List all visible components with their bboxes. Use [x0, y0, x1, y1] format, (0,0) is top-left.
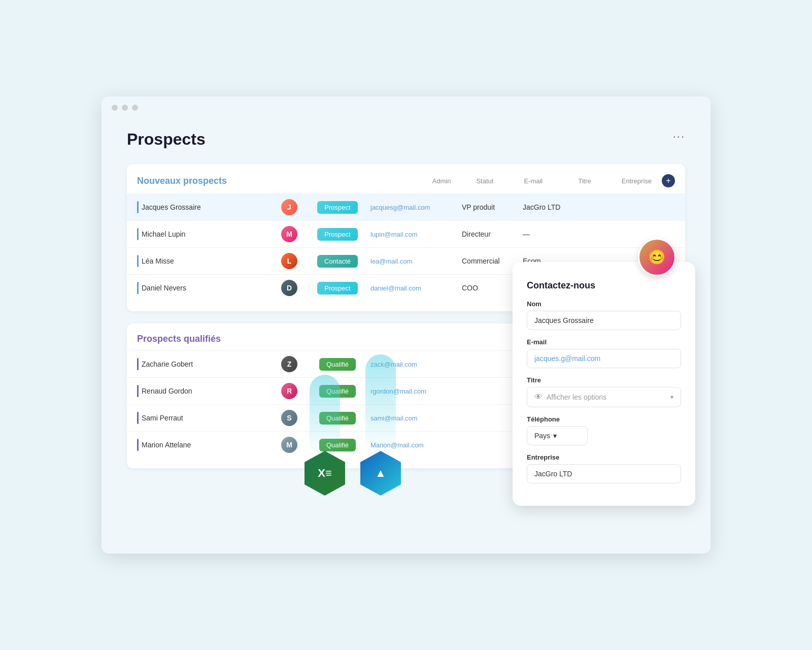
admin-col-header: Admin	[432, 177, 451, 185]
status-badge: Contacté	[317, 255, 358, 268]
prospect-name: Michael Lupin	[142, 230, 185, 238]
row-name-cell: Jacques Grossaire	[137, 201, 274, 213]
email-value: lupin@mail.com	[370, 231, 418, 238]
row-name-cell: Zacharie Gobert	[137, 358, 274, 370]
prospect-name: Renaud Gordon	[142, 387, 192, 395]
avatar: S	[281, 410, 297, 426]
page-title: Prospects	[127, 130, 206, 149]
avatar: Z	[281, 356, 297, 372]
admin-cell: M	[274, 226, 304, 242]
email-value: lea@mail.com	[370, 257, 413, 265]
nom-group: Nom	[527, 300, 681, 330]
second-hexagon: ▲	[360, 451, 401, 496]
titre-select[interactable]: 👁 Afficher les options ▾	[527, 387, 681, 407]
admin-cell: D	[274, 280, 304, 296]
excel-hexagon: X≡	[304, 451, 345, 496]
row-name-cell: Michael Lupin	[137, 228, 274, 240]
entreprise-label: Entreprise	[527, 453, 681, 461]
email-cell: lupin@mail.com	[370, 230, 462, 238]
admin-cell: J	[274, 199, 304, 215]
status-cell: Prospect	[304, 228, 370, 241]
floating-avatar: 😊	[638, 238, 676, 276]
email-cell: jacquesg@mail.com	[370, 203, 462, 211]
prospect-name: Jacques Grossaire	[142, 203, 201, 211]
more-button[interactable]: ···	[673, 130, 685, 143]
bottom-icons: X≡ ▲	[304, 349, 401, 496]
row-indicator	[137, 255, 139, 267]
row-indicator	[137, 385, 139, 397]
avatar: R	[281, 383, 297, 399]
prospect-name: Marion Attelane	[142, 441, 191, 449]
card-body: Contactez-nous Nom E-mail Titre 👁 Affich…	[527, 280, 681, 483]
phone-row: Pays ▾	[527, 426, 681, 445]
app-window: Prospects ··· Nouveaux prospects Admin S…	[101, 96, 710, 554]
second-icon-container: ▲	[360, 349, 401, 496]
nom-label: Nom	[527, 300, 681, 308]
prospect-name: Léa Misse	[142, 257, 174, 265]
second-trail	[365, 354, 396, 456]
nom-input[interactable]	[527, 311, 681, 330]
nouveaux-section-title: Nouveaux prospects	[137, 176, 432, 186]
titre-select-value: 👁 Afficher les options	[534, 393, 606, 402]
contact-card: 😊 Contactez-nous Nom E-mail Titre	[513, 262, 695, 506]
status-cell: Prospect	[304, 282, 370, 295]
row-indicator	[137, 282, 139, 294]
prospect-name: Daniel Nevers	[142, 284, 186, 292]
add-nouveaux-button[interactable]: +	[662, 174, 675, 187]
telephone-group: Téléphone Pays ▾	[527, 415, 681, 445]
email-col-header: E-mail	[524, 177, 543, 185]
excel-trail	[310, 375, 340, 456]
email-cell: lea@mail.com	[370, 257, 462, 265]
row-name-cell: Léa Misse	[137, 255, 274, 267]
title-bar	[101, 96, 710, 115]
titre-cell: Directeur	[462, 230, 523, 238]
row-name-cell: Sami Perraut	[137, 412, 274, 424]
row-name-cell: Daniel Nevers	[137, 282, 274, 294]
chevron-down-icon: ▾	[670, 394, 673, 401]
prospect-name: Zacharie Gobert	[142, 360, 193, 368]
row-name-cell: Renaud Gordon	[137, 385, 274, 397]
row-indicator	[137, 358, 139, 370]
admin-cell: Z	[274, 356, 304, 372]
email-label: E-mail	[527, 338, 681, 346]
email-cell: daniel@mail.com	[370, 284, 462, 292]
dot-3	[132, 105, 138, 111]
status-badge: Prospect	[317, 228, 357, 241]
entreprise-cell: —	[523, 230, 584, 238]
avatar: M	[281, 226, 297, 242]
dot-1	[112, 105, 118, 111]
email-group: E-mail	[527, 338, 681, 368]
entreprise-col-header: Entreprise	[622, 177, 652, 185]
row-name-cell: Marion Attelane	[137, 439, 274, 451]
table-row: Jacques Grossaire J Prospect jacquesg@ma…	[127, 193, 685, 220]
entreprise-cell: JacGro LTD	[523, 203, 584, 211]
titre-col-header: Titre	[578, 177, 591, 185]
dot-2	[122, 105, 128, 111]
avatar: L	[281, 253, 297, 269]
nouveaux-section-header: Nouveaux prospects Admin Statut E-mail T…	[127, 174, 685, 193]
qualifies-section-title: Prospects qualifiés	[137, 334, 564, 344]
page-header: Prospects ···	[127, 130, 685, 149]
avatar: J	[281, 199, 297, 215]
entreprise-input[interactable]	[527, 464, 681, 483]
main-content: Prospects ··· Nouveaux prospects Admin S…	[101, 115, 710, 496]
admin-cell: R	[274, 383, 304, 399]
row-indicator	[137, 201, 139, 213]
card-title: Contactez-nous	[527, 280, 681, 291]
row-indicator	[137, 412, 139, 424]
telephone-label: Téléphone	[527, 415, 681, 423]
admin-cell: L	[274, 253, 304, 269]
pays-select[interactable]: Pays ▾	[527, 426, 588, 445]
avatar-emoji: 😊	[648, 249, 666, 266]
titre-cell: VP produit	[462, 203, 523, 211]
pays-chevron-icon: ▾	[553, 432, 557, 440]
row-indicator	[137, 228, 139, 240]
status-cell: Contacté	[304, 255, 370, 268]
prospect-name: Sami Perraut	[142, 414, 183, 422]
email-input[interactable]	[527, 349, 681, 368]
status-cell: Prospect	[304, 201, 370, 214]
table-row: Michael Lupin M Prospect lupin@mail.com …	[127, 220, 685, 247]
eye-icon: 👁	[534, 393, 543, 402]
avatar: M	[281, 437, 297, 453]
email-value: daniel@mail.com	[370, 284, 421, 292]
